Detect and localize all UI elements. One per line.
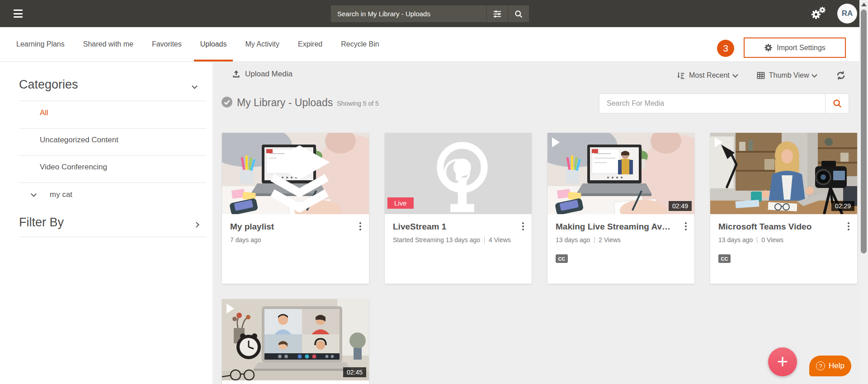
top-header-bar: RA <box>0 0 868 27</box>
tab-shared-with-me[interactable]: Shared with me <box>82 27 134 61</box>
tab-recycle-bin[interactable]: Recycle Bin <box>340 27 380 61</box>
add-media-fab[interactable]: + <box>768 347 797 376</box>
media-title[interactable]: LiveStream 1 <box>393 222 513 232</box>
scrollbar-up-arrow[interactable] <box>861 3 867 6</box>
chevron-down-icon[interactable] <box>31 191 37 197</box>
media-date: 13 days ago <box>556 236 590 244</box>
play-icon <box>226 304 234 314</box>
media-views: 2 Views <box>599 236 621 244</box>
search-icon <box>832 98 842 108</box>
sidebar-item-uncategorized[interactable]: Uncategorized Content <box>40 136 118 145</box>
upload-icon <box>231 69 241 79</box>
media-views: 0 Views <box>761 236 783 244</box>
card-info <box>222 380 369 384</box>
gear-icon <box>764 43 773 52</box>
media-search-box <box>599 94 849 113</box>
duration-badge: 02:29 <box>831 201 854 211</box>
upload-media-label: Upload Media <box>245 70 292 79</box>
media-search-input[interactable] <box>599 94 825 113</box>
header-search-input[interactable] <box>331 5 486 22</box>
search-filters-button[interactable] <box>487 5 508 22</box>
view-label: Thumb View <box>769 71 809 80</box>
sidebar-item-all[interactable]: All <box>40 108 48 117</box>
media-thumbnail[interactable] <box>222 133 369 214</box>
card-info: Microsoft Teams Video 13 days ago 0 View… <box>710 214 857 244</box>
media-thumbnail[interactable]: 02:49 <box>547 133 694 214</box>
media-date: 13 days ago <box>718 236 753 244</box>
tab-uploads[interactable]: Uploads <box>199 27 228 61</box>
sort-dropdown[interactable]: Most Recent <box>676 71 737 80</box>
media-thumbnail[interactable]: Live <box>385 133 532 214</box>
divider <box>594 237 594 243</box>
categories-heading[interactable]: Categories <box>19 78 78 92</box>
media-card-making-live-streaming: 02:49 Making Live Streaming Av… 13 days … <box>547 133 694 284</box>
divider <box>484 237 485 243</box>
kebab-menu-button[interactable] <box>521 221 525 232</box>
search-icon <box>514 9 523 19</box>
user-avatar[interactable]: RA <box>837 4 857 23</box>
kebab-menu-button[interactable] <box>846 221 851 232</box>
sidebar-item-my-cat[interactable]: my cat <box>50 190 72 199</box>
mediaspace-app: RA Learning Plans Shared with me Favorit… <box>0 0 868 384</box>
chevron-right-icon <box>193 222 199 228</box>
tab-my-activity[interactable]: My Activity <box>244 27 280 61</box>
closed-captions-badge: CC <box>556 254 568 263</box>
upload-media-button[interactable]: Upload Media <box>231 69 292 79</box>
divider <box>19 101 206 101</box>
duration-badge: 02:45 <box>343 367 366 377</box>
media-thumbnail[interactable]: 02:45 <box>222 299 369 380</box>
header-search-panel <box>331 5 529 22</box>
page-scrollbar <box>859 0 868 384</box>
duration-badge: 02:49 <box>669 201 692 211</box>
help-button[interactable]: ? Help <box>809 356 851 376</box>
chevron-down-icon <box>812 72 818 78</box>
media-title[interactable]: Microsoft Teams Video <box>718 222 838 232</box>
scrollbar-thumb[interactable] <box>861 9 867 253</box>
media-date: 7 days ago <box>230 236 261 244</box>
card-info: LiveStream 1 Started Streaming 13 days a… <box>385 214 532 244</box>
help-label: Help <box>829 361 844 370</box>
grid-view-icon <box>756 71 765 80</box>
closed-captions-badge: CC <box>718 254 731 263</box>
media-thumbnail[interactable]: 02:29 <box>710 133 857 214</box>
view-dropdown[interactable]: Thumb View <box>756 71 817 80</box>
divider <box>19 237 206 237</box>
playlist-icon <box>226 137 369 214</box>
card-info: My playlist 7 days ago <box>222 214 369 244</box>
media-card-video-conference: 02:45 <box>222 299 369 384</box>
sort-icon <box>676 71 685 80</box>
page-title: My Library - Uploads <box>237 98 333 108</box>
header-search-button[interactable] <box>508 5 529 22</box>
media-search-button[interactable] <box>825 94 849 113</box>
card-info: Making Live Streaming Av… 13 days ago 2 … <box>547 214 694 244</box>
tab-expired[interactable]: Expired <box>297 27 323 61</box>
refresh-icon <box>835 70 846 81</box>
admin-gears-button[interactable] <box>810 6 826 21</box>
play-button-icon <box>444 159 470 185</box>
sort-label: Most Recent <box>689 71 730 80</box>
list-controls: Most Recent Thumb View <box>676 70 846 81</box>
live-badge: Live <box>387 197 414 209</box>
tab-learning-plans[interactable]: Learning Plans <box>15 27 66 61</box>
filter-by-heading[interactable]: Filter By <box>19 215 64 229</box>
media-title[interactable]: Making Live Streaming Av… <box>556 222 675 232</box>
chevron-down-icon <box>192 83 198 89</box>
kebab-menu-button[interactable] <box>358 221 363 232</box>
tab-favorites[interactable]: Favorites <box>151 27 183 61</box>
media-grid: My playlist 7 days ago <box>222 133 857 384</box>
media-views: 4 Views <box>489 236 511 244</box>
hamburger-menu-icon[interactable] <box>14 9 23 18</box>
refresh-button[interactable] <box>835 70 846 81</box>
divider <box>19 128 206 129</box>
kebab-menu-button[interactable] <box>684 221 688 232</box>
play-icon <box>552 137 560 147</box>
library-header: My Library - Uploads Showing 5 of 5 <box>221 96 379 108</box>
media-date: Started Streaming 13 days ago <box>393 236 480 244</box>
divider <box>757 237 757 243</box>
showing-count: Showing 5 of 5 <box>337 100 379 108</box>
import-settings-button[interactable]: Import Settings <box>744 37 846 58</box>
sliders-icon <box>492 9 502 19</box>
sidebar-item-video-conferencing[interactable]: Video Conferencing <box>40 163 107 172</box>
media-card-my-playlist: My playlist 7 days ago <box>222 133 369 284</box>
media-title[interactable]: My playlist <box>230 222 350 232</box>
